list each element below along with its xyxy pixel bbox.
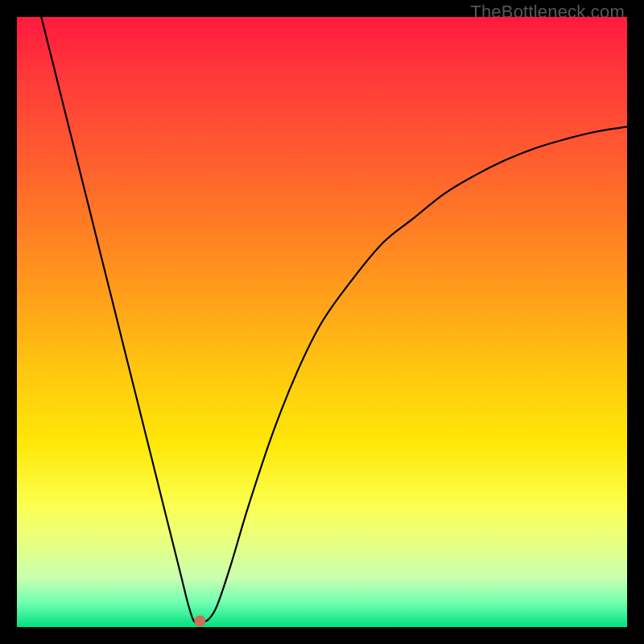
bottleneck-curve	[41, 17, 627, 622]
optimum-marker	[194, 615, 205, 626]
plot-frame	[17, 17, 627, 627]
plot-svg	[17, 17, 627, 627]
